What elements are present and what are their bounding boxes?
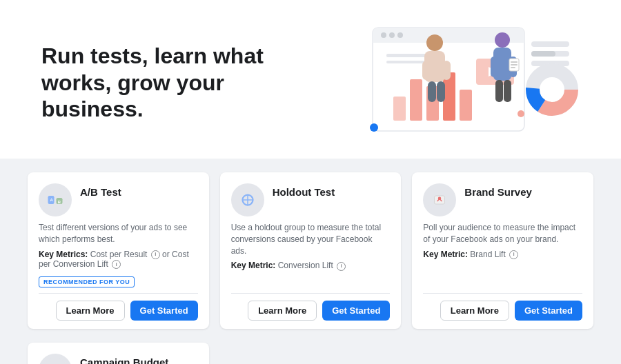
- svg-rect-35: [495, 80, 503, 102]
- svg-point-52: [438, 197, 442, 201]
- holdout-metrics-value: Conversion Lift: [278, 261, 333, 270]
- svg-rect-29: [428, 81, 436, 102]
- empty-card-2: [412, 343, 593, 364]
- holdout-get-started[interactable]: Get Started: [322, 301, 390, 321]
- brand-survey-header: Brand Survey: [423, 183, 582, 216]
- svg-point-23: [370, 123, 378, 132]
- svg-point-24: [518, 110, 524, 117]
- campaign-budget-card: Campaign Budget Optimization Test Test a…: [28, 343, 209, 364]
- campaign-budget-header: Campaign Budget Optimization Test: [39, 354, 198, 364]
- svg-rect-30: [437, 81, 445, 102]
- ab-test-card: A B A/B Test Test different versions of …: [28, 172, 209, 329]
- holdout-test-card: Holdout Test Use a holdout group to meas…: [220, 172, 402, 329]
- svg-rect-28: [442, 61, 451, 80]
- svg-rect-33: [491, 57, 498, 77]
- ab-test-info-icon-2: i: [112, 260, 121, 269]
- ab-test-metrics: Key Metrics: Cost per Result i or Cost p…: [39, 250, 198, 270]
- svg-point-25: [426, 34, 443, 51]
- brand-survey-metrics: Key Metric: Brand Lift i: [423, 250, 582, 259]
- hero-svg: [317, 21, 580, 145]
- ab-test-title-wrap: A/B Test: [80, 183, 121, 198]
- campaign-budget-icon: [39, 354, 72, 364]
- hero-section: Run tests, learn what works, grow your b…: [0, 0, 621, 159]
- svg-point-22: [542, 80, 562, 99]
- svg-rect-7: [410, 79, 422, 121]
- hero-illustration: [317, 21, 580, 145]
- holdout-test-title: Holdout Test: [273, 186, 335, 198]
- svg-point-4: [389, 32, 395, 38]
- ab-test-metrics-value: Cost per Result: [90, 250, 148, 259]
- ab-test-learn-more[interactable]: Learn More: [56, 301, 125, 321]
- brand-survey-footer: Learn More Get Started: [423, 293, 582, 321]
- ab-test-desc: Test different versions of your ads to s…: [39, 222, 198, 245]
- brand-survey-learn-more[interactable]: Learn More: [440, 301, 509, 321]
- svg-point-31: [495, 32, 510, 48]
- holdout-test-desc: Use a holdout group to measure the total…: [231, 222, 391, 256]
- hero-title: Run tests, learn what works, grow your b…: [41, 43, 276, 122]
- svg-rect-6: [393, 97, 406, 121]
- ab-test-title: A/B Test: [80, 186, 121, 198]
- cards-row-2: Campaign Budget Optimization Test Test a…: [0, 343, 621, 364]
- ab-test-header: A B A/B Test: [39, 183, 198, 216]
- campaign-budget-title-wrap: Campaign Budget Optimization Test: [80, 354, 198, 364]
- svg-rect-18: [531, 51, 555, 57]
- holdout-title-wrap: Holdout Test: [273, 183, 335, 198]
- holdout-info-icon: i: [337, 262, 346, 271]
- svg-rect-14: [386, 61, 428, 63]
- brand-survey-icon: [423, 183, 456, 216]
- svg-point-5: [397, 32, 403, 38]
- svg-text:A: A: [50, 198, 54, 202]
- empty-card-1: [220, 343, 402, 364]
- holdout-learn-more[interactable]: Learn More: [248, 301, 317, 321]
- ab-test-footer: Learn More Get Started: [39, 293, 198, 321]
- brand-survey-desc: Poll your audience to measure the impact…: [423, 222, 582, 245]
- hero-text: Run tests, learn what works, grow your b…: [41, 43, 276, 122]
- ab-test-get-started[interactable]: Get Started: [130, 301, 198, 321]
- brand-survey-info-icon: i: [509, 250, 518, 259]
- holdout-test-footer: Learn More Get Started: [231, 293, 391, 321]
- brand-survey-metrics-value: Brand Lift: [470, 250, 505, 259]
- holdout-metrics-label: Key Metric:: [231, 261, 276, 270]
- svg-rect-38: [511, 61, 518, 63]
- brand-survey-title-wrap: Brand Survey: [464, 183, 532, 198]
- holdout-test-metrics: Key Metric: Conversion Lift i: [231, 261, 391, 270]
- holdout-test-header: Holdout Test: [231, 183, 391, 216]
- brand-survey-title: Brand Survey: [464, 186, 532, 198]
- svg-point-3: [381, 32, 386, 38]
- ab-test-info-icon-1: i: [151, 250, 160, 259]
- svg-rect-27: [422, 61, 431, 80]
- svg-rect-36: [504, 80, 511, 102]
- svg-point-53: [43, 358, 68, 364]
- svg-rect-39: [511, 64, 518, 65]
- svg-rect-40: [511, 67, 515, 68]
- svg-rect-15: [531, 41, 569, 47]
- brand-survey-card: Brand Survey Poll your audience to measu…: [412, 172, 593, 329]
- brand-survey-metrics-label: Key Metric:: [423, 250, 468, 259]
- ab-test-icon: A B: [39, 183, 72, 216]
- ab-test-metrics-label: Key Metrics:: [39, 250, 88, 259]
- svg-rect-10: [460, 90, 472, 121]
- svg-text:B: B: [58, 200, 61, 204]
- holdout-test-icon: [231, 183, 264, 216]
- brand-survey-get-started[interactable]: Get Started: [515, 301, 582, 321]
- recommended-badge: RECOMMENDED FOR YOU: [39, 274, 198, 293]
- cards-row-1: A B A/B Test Test different versions of …: [0, 159, 621, 343]
- campaign-budget-title: Campaign Budget Optimization Test: [80, 356, 198, 364]
- page-container: Run tests, learn what works, grow your b…: [0, 0, 621, 364]
- svg-point-41: [43, 188, 68, 212]
